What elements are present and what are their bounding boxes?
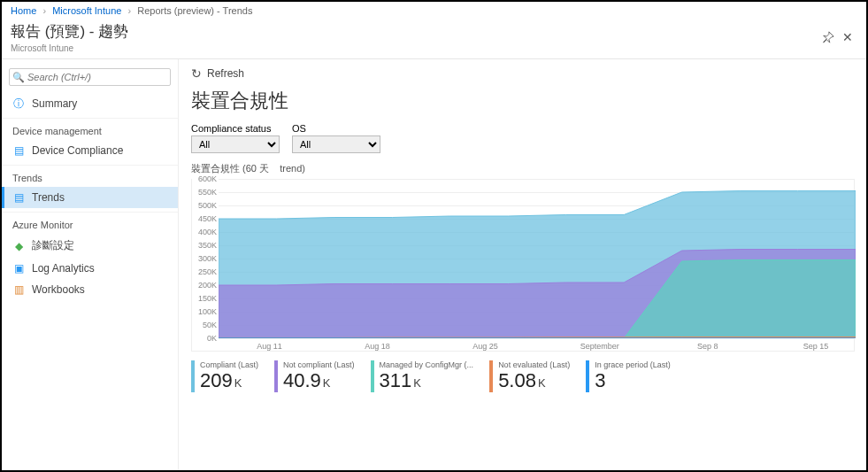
- x-tick: Aug 18: [365, 342, 390, 351]
- y-tick: 600K: [198, 174, 217, 183]
- breadcrumb: Home › Microsoft Intune › Reports (previ…: [2, 2, 866, 19]
- sidebar-item-label: Summary: [32, 97, 77, 110]
- y-tick: 350K: [198, 241, 217, 250]
- metric-value: 3: [595, 369, 671, 392]
- x-tick: Sep 15: [803, 342, 829, 351]
- close-icon[interactable]: ✕: [838, 27, 857, 47]
- sidebar-item-trends[interactable]: ▤ Trends: [2, 187, 178, 208]
- metric-card: Not compliant (Last)40.9K: [274, 360, 355, 392]
- metric-label: Not evaluated (Last): [498, 360, 570, 369]
- sidebar-item-summary[interactable]: ⓘ Summary: [2, 93, 178, 114]
- y-tick: 450K: [198, 214, 217, 223]
- sidebar-item-label: 診斷設定: [32, 238, 74, 253]
- content-title: 裝置合規性: [191, 88, 854, 114]
- y-tick: 0K: [207, 334, 217, 343]
- chart-y-axis: 0K50K100K150K200K250K300K350K400K450K500…: [192, 179, 219, 337]
- chart-title: 裝置合規性 (60 天 trend): [191, 162, 854, 175]
- workbook-icon: ▥: [12, 283, 25, 296]
- y-tick: 300K: [198, 254, 217, 263]
- metric-card: In grace period (Last)3: [586, 360, 671, 392]
- y-tick: 250K: [198, 267, 217, 276]
- page-title: 報告 (預覽) - 趨勢: [11, 21, 128, 42]
- metric-label: Not compliant (Last): [283, 360, 355, 369]
- sidebar-section-azure-monitor: Azure Monitor: [2, 212, 178, 234]
- trends-icon: ▤: [12, 191, 25, 204]
- x-tick: September: [580, 342, 619, 351]
- chart-plot-area: [219, 179, 856, 338]
- y-tick: 50K: [203, 321, 217, 329]
- metric-value: 209K: [200, 369, 258, 392]
- x-tick: Aug 11: [257, 342, 282, 351]
- sidebar-item-device-compliance[interactable]: ▤ Device Compliance: [2, 140, 178, 161]
- chart-x-axis: Aug 11Aug 18Aug 25SeptemberSep 8Sep 15: [219, 337, 854, 351]
- y-tick: 150K: [198, 294, 217, 303]
- search-input[interactable]: [9, 68, 171, 86]
- toolbar: ↻ Refresh: [191, 66, 854, 88]
- chevron-right-icon: ›: [42, 5, 46, 16]
- metric-label: Compliant (Last): [200, 360, 258, 369]
- sidebar-section-device-mgmt: Device management: [2, 118, 178, 140]
- x-tick: Aug 25: [472, 342, 498, 351]
- settings-icon: ◆: [12, 240, 25, 252]
- metric-label: Managed by ConfigMgr (...: [380, 360, 474, 369]
- sidebar-item-label: Workbooks: [32, 283, 85, 296]
- pin-icon[interactable]: [818, 27, 838, 47]
- sidebar-item-workbooks[interactable]: ▥ Workbooks: [2, 279, 178, 300]
- sidebar-item-label: Device Compliance: [32, 144, 123, 157]
- sidebar-item-label: Log Analytics: [32, 262, 95, 275]
- search-icon: 🔍: [12, 72, 25, 83]
- page-subtitle: Microsoft Intune: [11, 43, 128, 53]
- y-tick: 500K: [198, 201, 217, 210]
- sidebar-item-diag-settings[interactable]: ◆ 診斷設定: [2, 234, 178, 258]
- y-tick: 200K: [198, 281, 217, 290]
- metric-value: 311K: [380, 369, 474, 392]
- filter-os-label: OS: [292, 123, 380, 134]
- page-header: 報告 (預覽) - 趨勢 Microsoft Intune ✕: [2, 19, 866, 59]
- log-icon: ▣: [12, 262, 25, 275]
- filter-compliance-select[interactable]: All: [191, 135, 280, 153]
- filter-os-select[interactable]: All: [292, 135, 380, 153]
- sidebar: « 🔍 ⓘ Summary Device management ▤ Device…: [2, 59, 179, 472]
- breadcrumb-intune[interactable]: Microsoft Intune: [52, 5, 121, 16]
- filter-compliance-label: Compliance status: [191, 123, 280, 134]
- chart-legend: Compliant (Last)209KNot compliant (Last)…: [191, 360, 854, 392]
- refresh-icon[interactable]: ↻: [191, 66, 202, 81]
- info-icon: ⓘ: [12, 97, 25, 110]
- sidebar-item-label: Trends: [32, 191, 65, 204]
- breadcrumb-home[interactable]: Home: [11, 5, 36, 16]
- metric-value: 5.08K: [498, 369, 570, 392]
- y-tick: 550K: [198, 188, 217, 197]
- refresh-button[interactable]: Refresh: [207, 67, 244, 80]
- y-tick: 400K: [198, 228, 217, 236]
- sidebar-item-log-analytics[interactable]: ▣ Log Analytics: [2, 258, 178, 279]
- metric-value: 40.9K: [283, 369, 355, 392]
- x-tick: Sep 8: [697, 342, 718, 351]
- compliance-trend-chart: 0K50K100K150K200K250K300K350K400K450K500…: [191, 179, 855, 352]
- metric-card: Managed by ConfigMgr (...311K: [371, 360, 474, 392]
- main-content: ↻ Refresh 裝置合規性 Compliance status All OS…: [179, 59, 866, 472]
- chevron-right-icon: ›: [127, 5, 131, 16]
- breadcrumb-current: Reports (preview) - Trends: [137, 5, 252, 16]
- metric-label: In grace period (Last): [595, 360, 671, 369]
- sidebar-section-trends: Trends: [2, 165, 178, 187]
- metric-card: Not evaluated (Last)5.08K: [489, 360, 570, 392]
- y-tick: 100K: [198, 307, 217, 316]
- device-icon: ▤: [12, 144, 25, 157]
- metric-card: Compliant (Last)209K: [191, 360, 258, 392]
